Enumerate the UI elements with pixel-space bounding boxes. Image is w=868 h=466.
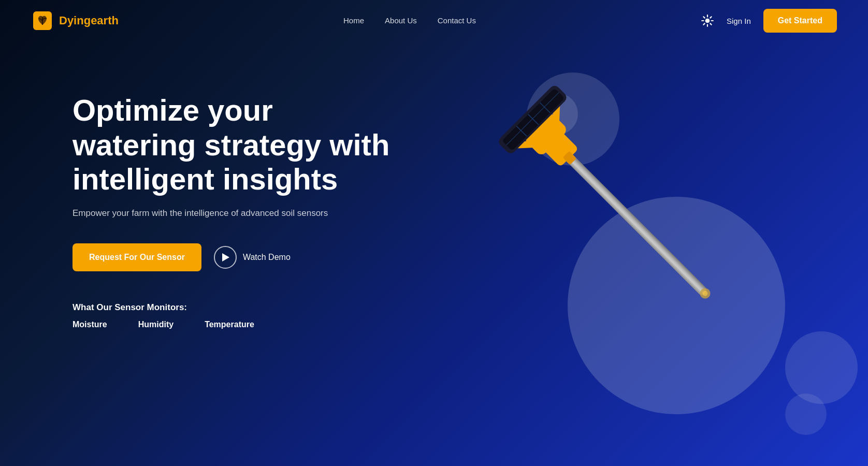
svg-line-10	[703, 23, 704, 24]
nav-contact[interactable]: Contact Us	[438, 16, 476, 25]
nav-about[interactable]: About Us	[385, 16, 417, 25]
hero-content: Optimize your watering strategy with int…	[73, 72, 795, 329]
watch-demo-button[interactable]: Watch Demo	[214, 246, 291, 269]
navbar: Dyingearth Home About Us Contact Us Sign…	[0, 0, 868, 41]
watch-demo-label: Watch Demo	[243, 253, 291, 262]
monitors-title: What Our Sensor Monitors:	[73, 302, 795, 313]
sign-in-link[interactable]: Sign In	[727, 17, 751, 25]
nav-links: Home About Us Contact Us	[343, 16, 476, 25]
hero-subtitle: Empower your farm with the intelligence …	[73, 208, 352, 219]
svg-line-9	[710, 23, 711, 24]
svg-line-11	[710, 17, 711, 18]
logo-link[interactable]: Dyingearth	[31, 9, 119, 32]
svg-point-3	[705, 19, 710, 23]
monitors-section: What Our Sensor Monitors: Moisture Humid…	[73, 302, 795, 329]
logo-text: Dyingearth	[59, 14, 119, 27]
monitor-humidity: Humidity	[138, 320, 173, 329]
svg-line-8	[703, 17, 704, 18]
monitors-list: Moisture Humidity Temperature	[73, 320, 795, 329]
hero-section: Optimize your watering strategy with int…	[0, 41, 868, 466]
theme-toggle-icon[interactable]	[701, 14, 714, 27]
hero-buttons: Request For Our Sensor Watch Demo	[73, 243, 795, 271]
nav-home[interactable]: Home	[343, 16, 364, 25]
get-started-button[interactable]: Get Started	[763, 9, 837, 33]
request-sensor-button[interactable]: Request For Our Sensor	[73, 243, 201, 271]
nav-right: Sign In Get Started	[701, 9, 837, 33]
play-triangle	[222, 253, 229, 261]
monitor-moisture: Moisture	[73, 320, 107, 329]
hero-title: Optimize your watering strategy with int…	[73, 93, 404, 197]
play-icon	[214, 246, 237, 269]
logo-icon	[31, 9, 54, 32]
monitor-temperature: Temperature	[205, 320, 254, 329]
